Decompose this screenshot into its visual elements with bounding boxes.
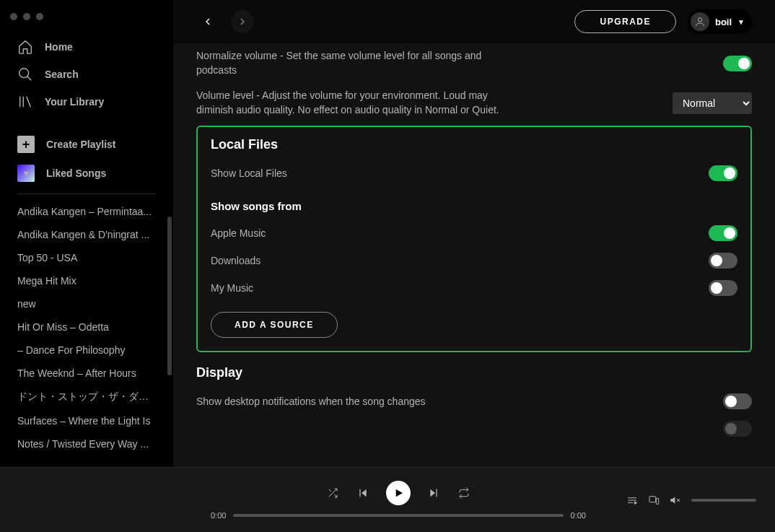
svg-point-5: [698, 18, 701, 22]
search-icon: [17, 66, 33, 82]
total-time: 0:00: [571, 511, 586, 520]
repeat-button[interactable]: [457, 486, 471, 500]
window-controls: [0, 9, 173, 33]
svg-point-0: [19, 69, 29, 78]
username-label: boil: [715, 17, 732, 27]
playlist-item[interactable]: Notes / Twisted Every Way ...: [17, 432, 154, 455]
shuffle-icon: [327, 487, 338, 499]
svg-rect-10: [436, 489, 437, 497]
nav-search-label: Search: [45, 69, 79, 80]
volume-level-label: Volume level - Adjust the volume for you…: [196, 89, 499, 117]
show-local-files-toggle[interactable]: [709, 165, 737, 181]
playlist-item[interactable]: Andika Kangen & D'ningrat ...: [17, 223, 154, 246]
shuffle-button[interactable]: [325, 486, 340, 500]
settings-content: Normalize volume - Set the same volume l…: [173, 43, 775, 467]
user-menu[interactable]: boil ▼: [688, 9, 752, 34]
nav-home[interactable]: Home: [6, 33, 167, 61]
library-icon: [17, 94, 33, 110]
playlist-item[interactable]: The Weeknd – After Hours: [17, 362, 154, 385]
traffic-light-min[interactable]: [23, 13, 30, 20]
svg-rect-7: [359, 489, 360, 497]
scrollbar[interactable]: [167, 217, 172, 375]
nav-search[interactable]: Search: [6, 61, 167, 88]
traffic-light-max[interactable]: [36, 13, 43, 20]
nav-forward-button[interactable]: [231, 10, 254, 33]
svg-rect-15: [649, 496, 656, 502]
source-label: Apple Music: [211, 227, 266, 241]
local-files-title: Local Files: [211, 137, 737, 152]
plus-icon: +: [17, 136, 35, 153]
svg-marker-17: [670, 497, 675, 503]
home-icon: [17, 39, 33, 55]
svg-marker-14: [634, 502, 636, 504]
sidebar-divider: [17, 193, 156, 194]
heart-icon: ♥: [17, 165, 35, 182]
svg-line-4: [27, 97, 31, 108]
add-source-button[interactable]: ADD A SOURCE: [211, 312, 338, 338]
playlist-item[interactable]: ドント・ストップ・ザ・ダン...: [17, 385, 154, 409]
svg-marker-6: [362, 489, 367, 497]
nav-home-label: Home: [45, 41, 73, 53]
caret-down-icon: ▼: [737, 18, 745, 26]
previous-button[interactable]: [356, 486, 370, 500]
nav-library[interactable]: Your Library: [6, 88, 167, 115]
local-files-section: Local Files Show Local Files Show songs …: [196, 126, 752, 352]
next-button[interactable]: [426, 486, 441, 500]
play-button[interactable]: [386, 481, 411, 505]
source-toggle[interactable]: [709, 253, 737, 269]
main-panel: UPGRADE boil ▼ Normalize volume - Set th…: [173, 0, 775, 467]
show-songs-from-title: Show songs from: [211, 200, 737, 212]
repeat-icon: [458, 487, 470, 499]
topbar: UPGRADE boil ▼: [173, 0, 775, 43]
source-label: My Music: [211, 282, 253, 296]
volume-slider[interactable]: [691, 499, 756, 502]
avatar-icon: [691, 12, 709, 31]
chevron-left-icon: [202, 16, 214, 27]
traffic-light-close[interactable]: [10, 13, 17, 20]
playlist-item[interactable]: Andika Kangen – Permintaa...: [17, 200, 154, 223]
truncated-toggle[interactable]: [723, 421, 752, 437]
svg-rect-16: [656, 498, 658, 504]
svg-marker-8: [396, 489, 403, 497]
playlist-item[interactable]: new: [17, 292, 154, 315]
source-row: Apple Music: [211, 219, 737, 247]
playlist-item[interactable]: Surfaces – Where the Light Is: [17, 409, 154, 432]
normalize-volume-toggle[interactable]: [723, 56, 752, 71]
nav-library-label: Your Library: [45, 96, 104, 108]
chevron-right-icon: [237, 16, 248, 27]
play-icon: [393, 487, 404, 499]
show-local-files-label: Show Local Files: [211, 167, 287, 181]
playlist-item[interactable]: Hit Or Miss – Odetta: [17, 315, 154, 339]
player-bar: 0:00 0:00: [0, 467, 775, 532]
playlist-item[interactable]: Mega Hit Mix: [17, 269, 154, 292]
truncated-setting: [196, 422, 199, 437]
svg-marker-9: [430, 489, 435, 497]
source-row: Downloads: [211, 247, 737, 274]
sidebar: Home Search Your Library + Create Playli…: [0, 0, 173, 467]
source-row: My Music: [211, 274, 737, 302]
queue-icon[interactable]: [626, 494, 638, 506]
source-toggle[interactable]: [709, 225, 737, 241]
volume-level-select[interactable]: Normal: [673, 92, 752, 114]
create-playlist-button[interactable]: + Create Playlist: [0, 130, 173, 159]
desktop-notifications-toggle[interactable]: [723, 393, 752, 409]
volume-mute-icon[interactable]: [670, 494, 681, 506]
playlist-item[interactable]: Top 50 - USA: [17, 246, 154, 269]
desktop-notifications-label: Show desktop notifications when the song…: [196, 395, 426, 409]
nav-back-button[interactable]: [196, 10, 219, 33]
skip-forward-icon: [428, 487, 439, 499]
progress-bar[interactable]: [233, 514, 563, 517]
create-playlist-label: Create Playlist: [46, 139, 116, 150]
display-section-title: Display: [196, 365, 752, 380]
upgrade-button[interactable]: UPGRADE: [574, 10, 676, 33]
svg-line-1: [27, 77, 32, 81]
source-label: Downloads: [211, 254, 260, 269]
source-toggle[interactable]: [709, 280, 737, 296]
devices-icon[interactable]: [648, 494, 660, 506]
skip-back-icon: [357, 487, 369, 499]
playlist-item[interactable]: – Dance For Philosophy: [17, 339, 154, 362]
liked-songs-label: Liked Songs: [46, 167, 106, 179]
liked-songs-button[interactable]: ♥ Liked Songs: [0, 159, 173, 188]
playlist-list: Andika Kangen – Permintaa...Andika Kange…: [0, 200, 173, 467]
normalize-volume-label: Normalize volume - Set the same volume l…: [196, 49, 499, 77]
